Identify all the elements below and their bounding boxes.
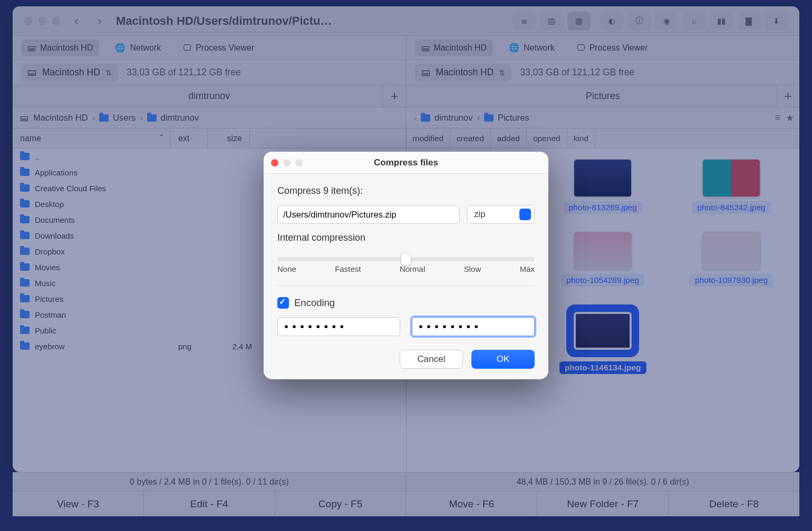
toggle-icon: ◐ — [608, 16, 615, 26]
location-network[interactable]: 🌐 Network — [109, 40, 167, 56]
download-icon: ⬇ — [773, 16, 780, 26]
command-button[interactable]: New Folder - F7 — [537, 491, 669, 516]
add-tab-right[interactable]: + — [776, 85, 799, 107]
list-header-left: name ˆ ext size — [13, 129, 406, 149]
chevron-up-down-icon: ⇅ — [499, 68, 505, 77]
toolbar-right: ◐ ⓘ ◉ ⌕ ▮▮ ▇ ⬇ — [600, 12, 788, 31]
view-list-button[interactable]: ≣ — [513, 12, 536, 31]
archive-format-select[interactable]: zip — [467, 205, 535, 224]
thumbnail-item[interactable]: photo-845242.jpeg — [679, 159, 784, 214]
folder-icon — [20, 342, 30, 350]
folder-icon — [20, 279, 30, 287]
breadcrumb-left[interactable]: 🖴 Macintosh HD› Users› dimtrunov — [13, 107, 406, 129]
command-button[interactable]: Copy - F5 — [275, 491, 407, 516]
encoding-label: Encoding — [294, 297, 335, 309]
col-modified[interactable]: modified — [407, 129, 451, 148]
tab-label-left[interactable]: dimtrunov — [188, 91, 230, 102]
quicklook-button[interactable]: ◉ — [655, 12, 678, 31]
drive-icon: 🖴 — [27, 43, 36, 53]
pause-icon: ▮▮ — [717, 16, 726, 26]
add-tab-left[interactable]: + — [383, 85, 406, 107]
locations-bar-right: 🖴 Macintosh HD 🌐 Network 🖵 Process Viewe… — [407, 36, 800, 60]
tab-header-right: Pictures + — [407, 85, 800, 107]
tab-label-right[interactable]: Pictures — [586, 91, 620, 102]
titlebar: ‹ › Macintosh HD/Users/dimtrunov/Pictu… … — [13, 6, 799, 36]
thumbnail-caption: photo-1097930.jpeg — [690, 274, 773, 287]
col-opened[interactable]: opened — [527, 129, 567, 148]
col-added[interactable]: added — [491, 129, 527, 148]
compress-heading: Compress 9 item(s): — [277, 185, 535, 196]
thumbnail-caption: photo-845242.jpeg — [692, 201, 770, 214]
folder-icon — [20, 216, 30, 223]
command-button[interactable]: Edit - F4 — [144, 491, 275, 516]
globe-icon: 🌐 — [509, 43, 519, 53]
archive-path-input[interactable] — [277, 205, 460, 224]
zoom-icon[interactable] — [52, 17, 60, 25]
status-left: 0 bytes / 2,4 MB in 0 / 1 file(s). 0 / 1… — [13, 472, 407, 491]
status-bar: 0 bytes / 2,4 MB in 0 / 1 file(s). 0 / 1… — [13, 472, 799, 491]
window-title: Macintosh HD/Users/dimtrunov/Pictu… — [116, 14, 332, 28]
thumbnail-item[interactable]: photo-813269.jpeg — [550, 159, 655, 214]
eye-icon: ◉ — [663, 16, 670, 26]
window-traffic-lights[interactable] — [24, 17, 60, 25]
compress-dialog: Compress files Compress 9 item(s): zip I… — [264, 152, 548, 379]
location-hd[interactable]: 🖴 Macintosh HD — [415, 40, 493, 56]
command-button[interactable]: Delete - F8 — [669, 491, 799, 516]
folder-icon — [20, 295, 30, 302]
col-size[interactable]: size — [208, 129, 250, 148]
favorite-icon[interactable]: ★ — [786, 112, 794, 124]
thumbnail-item[interactable]: photo-1146134.jpeg — [550, 304, 655, 374]
info-button[interactable]: ⓘ — [627, 12, 651, 31]
cancel-button[interactable]: Cancel — [400, 350, 463, 369]
col-ext[interactable]: ext — [171, 129, 208, 148]
location-hd[interactable]: 🖴 Macintosh HD — [21, 40, 99, 56]
drive-select-right[interactable]: 🖴 Macintosh HD ⇅ — [415, 64, 512, 82]
close-icon[interactable] — [24, 17, 33, 25]
col-kind[interactable]: kind — [567, 129, 595, 148]
thumbnail-item[interactable]: photo-1097930.jpeg — [679, 232, 784, 287]
col-name[interactable]: name ˆ — [13, 129, 171, 148]
command-button[interactable]: Move - F6 — [406, 491, 537, 516]
folder-icon — [20, 248, 30, 255]
password-input[interactable] — [277, 317, 400, 336]
back-button[interactable]: ‹ — [70, 14, 83, 28]
list-icon: ≣ — [521, 16, 528, 26]
locations-bar-left: 🖴 Macintosh HD 🌐 Network 🖵 Process Viewe… — [13, 36, 406, 60]
view-icons-button[interactable]: ▦ — [567, 12, 591, 31]
location-process-viewer[interactable]: 🖵 Process Viewer — [177, 40, 260, 56]
minimize-icon[interactable] — [38, 17, 46, 25]
icon-header-right: modifiedcreatedaddedopenedkind — [407, 129, 800, 149]
col-created[interactable]: created — [450, 129, 491, 148]
pause-button[interactable]: ▮▮ — [710, 12, 733, 31]
toggle-button[interactable]: ◐ — [600, 12, 623, 31]
download-button[interactable]: ⬇ — [765, 12, 788, 31]
folder-icon — [20, 327, 30, 334]
folder-icon — [99, 114, 109, 122]
forward-button[interactable]: › — [93, 14, 107, 28]
encoding-checkbox[interactable] — [277, 297, 289, 309]
view-mode-group: ≣ ▥ ▦ — [513, 12, 591, 31]
chevron-up-down-icon: ⇅ — [105, 68, 112, 77]
compression-slider[interactable]: NoneFastestNormalSlowMax — [277, 252, 535, 273]
search-button[interactable]: ⌕ — [682, 12, 705, 31]
view-columns-button[interactable]: ▥ — [540, 12, 563, 31]
breadcrumb-right[interactable]: › dimtrunov› Pictures ≡ ★ — [407, 107, 800, 129]
location-process-viewer[interactable]: 🖵 Process Viewer — [571, 40, 654, 56]
folder-icon — [421, 114, 430, 122]
folder-icon — [20, 184, 30, 192]
free-space-right: 33,03 GB of 121,12 GB free — [520, 67, 634, 78]
drive-select-left[interactable]: 🖴 Macintosh HD ⇅ — [21, 64, 118, 82]
drive-selector-row-left: 🖴 Macintosh HD ⇅ 33,03 GB of 121,12 GB f… — [13, 60, 406, 85]
thumbnail-item[interactable]: photo-1054289.jpeg — [550, 232, 655, 287]
tab-header-left: dimtrunov + — [13, 85, 406, 107]
password-confirm-input[interactable] — [412, 317, 535, 336]
slider-thumb[interactable] — [401, 252, 411, 266]
folder-icon — [20, 263, 30, 271]
location-network[interactable]: 🌐 Network — [502, 40, 561, 56]
drive-icon: 🖴 — [421, 43, 430, 53]
list-view-icon[interactable]: ≡ — [775, 112, 780, 124]
folder-button[interactable]: ▇ — [737, 12, 760, 31]
dialog-close-icon[interactable] — [271, 159, 278, 166]
command-button[interactable]: View - F3 — [13, 491, 144, 516]
ok-button[interactable]: OK — [471, 350, 535, 369]
